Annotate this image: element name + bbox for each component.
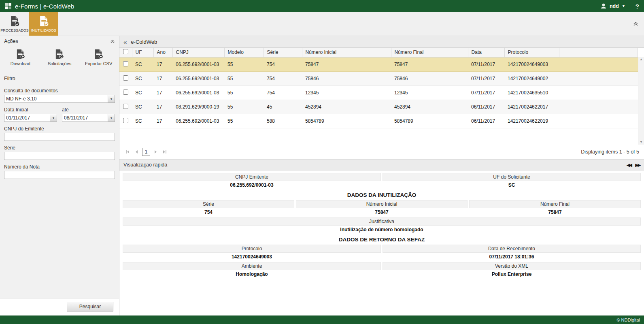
qv-field-numero-final: Número Final 75847 xyxy=(469,200,641,217)
pagination-first-button[interactable] xyxy=(124,149,131,155)
cell-ano: 17 xyxy=(153,57,172,71)
qv-field-serie: Série 754 xyxy=(123,200,294,217)
numero-nota-input[interactable] xyxy=(4,171,115,179)
pagination-bar: 1 Displaying items 1 - 5 of 5 xyxy=(119,145,644,160)
pagination-page-box[interactable]: 1 xyxy=(142,148,150,156)
chevron-down-icon[interactable]: ▼ xyxy=(50,114,57,122)
collapse-toolbar-button[interactable] xyxy=(633,21,638,26)
cell-protocolo: 142170024622019 xyxy=(504,114,559,128)
col-uf[interactable]: UF xyxy=(132,48,153,57)
data-final-input[interactable]: 08/11/2017 ▼ xyxy=(62,114,115,122)
col-data[interactable]: Data xyxy=(468,48,504,57)
chevron-down-icon[interactable]: ▼ xyxy=(108,114,115,122)
cell-cnpj: 08.291.629/9000-19 xyxy=(172,100,224,114)
cell-uf: SC xyxy=(132,57,153,71)
row-checkbox[interactable] xyxy=(123,104,128,109)
app-title: e-Forms | e-ColdWeb xyxy=(15,3,74,10)
scroll-down-icon[interactable]: ▼ xyxy=(640,141,643,144)
pesquisar-button[interactable]: Pesquisar xyxy=(67,302,113,311)
row-checkbox[interactable] xyxy=(123,118,128,123)
scroll-up-icon[interactable]: ▲ xyxy=(640,58,643,61)
exportar-csv-button[interactable]: Exportar CSV xyxy=(80,49,117,66)
col-numero-final[interactable]: Número Final xyxy=(391,48,468,57)
qv-field-label: Ambiente xyxy=(123,262,381,270)
qv-field-ambiente: Ambiente Homologação xyxy=(123,262,381,279)
cell-protocolo: 142170024649002 xyxy=(504,71,559,85)
cell-serie: 45 xyxy=(264,100,302,114)
cell-protocolo: 142170024649003 xyxy=(504,57,559,71)
chevron-down-icon[interactable]: ▼ xyxy=(622,4,625,8)
main-panel: « e-ColdWeb UF Ano CNPJ Modelo Série xyxy=(119,36,644,315)
footer-copyright: © NDDigital xyxy=(616,318,640,322)
user-menu[interactable]: ndd xyxy=(610,3,619,9)
col-numero-inicial[interactable]: Número Inicial xyxy=(302,48,391,57)
row-checkbox[interactable] xyxy=(123,75,128,81)
row-checkbox[interactable] xyxy=(123,61,128,66)
select-all-checkbox[interactable] xyxy=(123,49,128,54)
cell-cnpj: 06.255.692/0001-03 xyxy=(172,57,224,71)
user-icon xyxy=(600,3,607,9)
cell-ano: 17 xyxy=(153,71,172,85)
collapse-sidebar-icon[interactable]: « xyxy=(123,39,127,45)
cell-modelo: 55 xyxy=(224,100,264,114)
data-inicial-input[interactable]: 01/11/2017 ▼ xyxy=(4,114,57,122)
table-row[interactable]: SC 17 06.255.692/0001-03 55 754 12345 12… xyxy=(119,85,638,100)
tab-processados[interactable]: PROCESSADOS xyxy=(0,12,29,36)
table-empty-space xyxy=(119,128,638,145)
col-ano[interactable]: Ano xyxy=(153,48,172,57)
solicitacoes-button[interactable]: Solicitações xyxy=(41,49,78,66)
cell-uf: SC xyxy=(132,85,153,100)
actions-row: Download Solicitações xyxy=(0,47,119,72)
table-row[interactable]: SC 17 06.255.692/0001-03 55 754 75846 75… xyxy=(119,71,638,85)
quickview-panel: CNPJ Emitente 06.255.692/0001-03 UF do S… xyxy=(119,171,644,279)
cell-numero-inicial: 5854789 xyxy=(302,114,391,128)
table-row[interactable]: SC 17 06.255.692/0001-03 55 588 5854789 … xyxy=(119,114,638,128)
download-button[interactable]: Download xyxy=(2,49,39,66)
cell-data: 07/11/2017 xyxy=(468,85,504,100)
chevron-down-icon[interactable]: ▼ xyxy=(108,95,115,102)
filter-header: Filtro xyxy=(0,72,119,84)
table-header-row: UF Ano CNPJ Modelo Série Número Inicial … xyxy=(119,48,638,57)
tab-label: INUTILIZADOS xyxy=(31,28,56,32)
cell-numero-final: 12345 xyxy=(391,85,468,100)
consulta-value: MD NF-e 3.10 xyxy=(4,96,108,102)
tab-inutilizados[interactable]: INUTILIZADOS xyxy=(29,12,58,36)
qv-field-value: Pollux Enterprise xyxy=(383,270,641,279)
cell-numero-final: 75847 xyxy=(391,57,468,71)
vertical-scrollbar[interactable]: ▲ ▼ xyxy=(638,57,644,145)
cnpj-input[interactable] xyxy=(4,133,115,141)
ate-label: até xyxy=(62,107,115,113)
cell-cnpj: 06.255.692/0001-03 xyxy=(172,85,224,100)
col-serie[interactable]: Série xyxy=(264,48,302,57)
consulta-select[interactable]: MD NF-e 3.10 ▼ xyxy=(4,95,115,103)
export-csv-icon xyxy=(94,49,104,59)
pagination-last-button[interactable] xyxy=(162,149,168,155)
table-row[interactable]: SC 17 08.291.629/9000-19 55 45 452894 45… xyxy=(119,100,638,114)
data-inicial-value: 01/11/2017 xyxy=(4,115,50,121)
cell-numero-final: 75846 xyxy=(391,71,468,85)
results-table: UF Ano CNPJ Modelo Série Número Inicial … xyxy=(119,48,638,128)
cell-ano: 17 xyxy=(153,114,172,128)
collapse-actions-icon[interactable] xyxy=(110,39,115,44)
table-row[interactable]: SC 17 06.255.692/0001-03 55 754 75847 75… xyxy=(119,57,638,71)
qv-field-value: 75847 xyxy=(296,208,468,217)
col-cnpj[interactable]: CNPJ xyxy=(172,48,224,57)
col-protocolo[interactable]: Protocolo xyxy=(504,48,559,57)
pagination-prev-button[interactable] xyxy=(133,149,140,155)
pagination-next-button[interactable] xyxy=(153,149,159,155)
serie-input[interactable] xyxy=(4,152,115,160)
toolbar: PROCESSADOS INUTILIZADOS xyxy=(0,12,644,36)
solicitacoes-icon xyxy=(54,49,64,59)
actions-title: Ações xyxy=(4,38,18,44)
table-region: UF Ano CNPJ Modelo Série Número Inicial … xyxy=(119,48,644,145)
quickview-prev-button[interactable]: ◀◀ xyxy=(627,163,631,167)
quickview-next-button[interactable]: ▶▶ xyxy=(635,163,640,167)
qv-field-value: 75847 xyxy=(469,208,641,217)
help-button[interactable]: ? xyxy=(635,3,639,10)
cell-modelo: 55 xyxy=(224,114,264,128)
qv-field-protocolo: Protocolo 142170024649003 xyxy=(123,245,381,261)
sidebar: Ações Download xyxy=(0,36,119,315)
row-checkbox[interactable] xyxy=(123,90,128,95)
panel-title: e-ColdWeb xyxy=(131,39,157,45)
col-modelo[interactable]: Modelo xyxy=(224,48,264,57)
